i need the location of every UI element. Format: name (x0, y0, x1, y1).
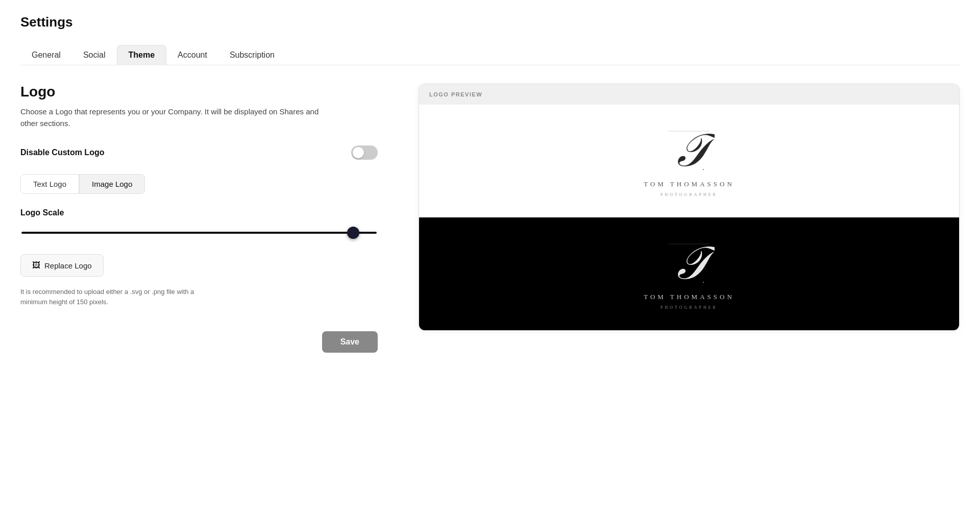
preview-header: LOGO PREVIEW (419, 84, 959, 105)
logo-monogram-dark: 𝒯 . (664, 238, 715, 289)
left-panel: Logo Choose a Logo that represents you o… (20, 84, 388, 353)
right-panel: LOGO PREVIEW 𝒯 . TOM THOMASSON PHO (419, 84, 960, 331)
image-icon: 🖼 (32, 261, 40, 270)
logo-subtitle-light: PHOTOGRAPHER (660, 192, 718, 197)
preview-dark: 𝒯 . TOM THOMASSON PHOTOGRAPHER (419, 217, 959, 330)
disable-custom-logo-toggle[interactable] (351, 145, 378, 160)
logo-scale-slider[interactable] (21, 232, 377, 234)
slider-container (20, 227, 378, 236)
replace-logo-button[interactable]: 🖼 Replace Logo (20, 254, 104, 277)
save-button-row: Save (20, 331, 378, 353)
logo-type-row: Text Logo Image Logo (20, 174, 388, 194)
preview-light: 𝒯 . TOM THOMASSON PHOTOGRAPHER (419, 105, 959, 217)
logo-subtitle-dark: PHOTOGRAPHER (660, 305, 718, 310)
toggle-slider (351, 145, 378, 160)
page-title: Settings (20, 14, 960, 30)
tab-general[interactable]: General (20, 45, 72, 65)
logo-dark-container: 𝒯 . TOM THOMASSON PHOTOGRAPHER (644, 238, 734, 310)
disable-custom-logo-label: Disable Custom Logo (20, 148, 104, 157)
section-description: Choose a Logo that represents you or you… (20, 106, 327, 129)
tab-account[interactable]: Account (166, 45, 218, 65)
logo-preview-card: LOGO PREVIEW 𝒯 . TOM THOMASSON PHO (419, 84, 960, 331)
replace-logo-label: Replace Logo (44, 261, 92, 270)
tab-theme[interactable]: Theme (117, 45, 167, 65)
logo-name-dark: TOM THOMASSON (644, 293, 734, 301)
logo-monogram-light: 𝒯 . (664, 125, 715, 176)
section-title: Logo (20, 84, 388, 100)
logo-light-container: 𝒯 . TOM THOMASSON PHOTOGRAPHER (644, 125, 734, 197)
save-button[interactable]: Save (322, 331, 378, 353)
settings-tabs: General Social Theme Account Subscriptio… (20, 44, 960, 65)
logo-scale-label: Logo Scale (20, 208, 388, 217)
svg-text:.: . (702, 277, 704, 284)
svg-text:.: . (702, 164, 704, 171)
text-logo-button[interactable]: Text Logo (20, 174, 79, 194)
logo-name-light: TOM THOMASSON (644, 180, 734, 188)
tab-subscription[interactable]: Subscription (218, 45, 286, 65)
upload-hint: It is recommended to upload either a .sv… (20, 287, 214, 307)
svg-text:𝒯: 𝒯 (674, 238, 715, 288)
disable-custom-logo-row: Disable Custom Logo (20, 145, 378, 160)
tab-social[interactable]: Social (72, 45, 117, 65)
content-area: Logo Choose a Logo that represents you o… (20, 84, 960, 353)
image-logo-button[interactable]: Image Logo (79, 174, 145, 194)
svg-text:𝒯: 𝒯 (674, 125, 715, 176)
